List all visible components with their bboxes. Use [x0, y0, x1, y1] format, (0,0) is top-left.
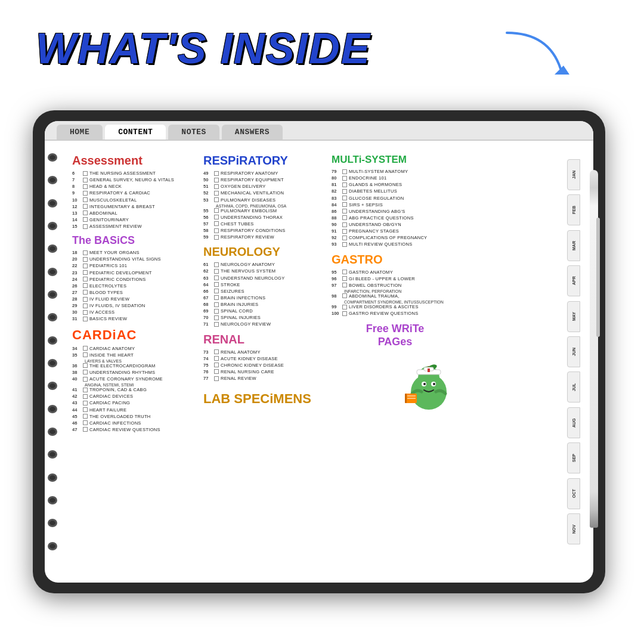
- list-item: 95GASTRO ANATOMY: [332, 270, 459, 275]
- column-1: Assessment 6THE NURSING ASSESSMENT 7GENE…: [69, 149, 200, 569]
- month-tab-jun[interactable]: JUN: [567, 336, 580, 367]
- list-item: 96GI BLEED - UPPER & LOWER: [332, 276, 459, 282]
- basics-list: 18MEET YOUR ORGANS 20UNDERSTANDING VITAL…: [72, 250, 196, 322]
- list-item: 70SPINAL INJURIES: [203, 315, 324, 321]
- respiratory-list: 49RESPIRATORY ANATOMY 50RESPIRATORY EQUI…: [203, 171, 324, 240]
- heading-renal: RENAL: [203, 333, 324, 346]
- list-item: 90UNDERSTAND OB/GYN: [332, 222, 459, 228]
- month-tab-mar[interactable]: MAR: [567, 230, 580, 261]
- column-3: MULTi-SYSTEM 79MULTI-SYSTEM ANATOMY 80EN…: [328, 149, 462, 569]
- list-item: 53PULMONARY DISEASES: [203, 197, 324, 203]
- freewrite-section: Free WRiTePAGes: [332, 323, 459, 348]
- tab-content[interactable]: CONTENT: [105, 125, 166, 140]
- list-item: 50RESPIRATORY EQUIPMENT: [203, 177, 324, 183]
- list-item: 52MECHANICAL VENTILATION: [203, 190, 324, 196]
- list-item: 97BOWEL OBSTRUCTION: [332, 283, 459, 289]
- arrow-decoration: [501, 27, 572, 86]
- month-tab-nov[interactable]: NOV: [567, 513, 580, 544]
- svg-rect-13: [405, 394, 407, 403]
- neurology-list: 61NEUROLOGY ANATOMY 62THE NERVOUS SYSTEM…: [203, 262, 324, 327]
- list-item: 80ENDOCRINE 101: [332, 175, 459, 181]
- mascot: [332, 353, 459, 413]
- list-item: 77RENAL REVIEW: [203, 376, 324, 382]
- spiral-ring: [48, 428, 57, 436]
- month-tab-jan[interactable]: JAN: [567, 159, 580, 190]
- list-item: 15ASSESSMENT REVIEW: [72, 224, 196, 230]
- heading-gastro: GASTRO: [332, 253, 459, 267]
- spiral-ring: [48, 244, 57, 253]
- list-item: 100GASTRO REVIEW QUESTIONS: [332, 311, 459, 317]
- apple-pencil: [590, 170, 598, 528]
- list-item: 99LIVER DISORDERS & ASCITES: [332, 304, 459, 310]
- list-item: 23PEDIATRIC DEVELOPMENT: [72, 270, 196, 276]
- heading-lab: LAB SPECiMENS: [203, 391, 324, 407]
- spiral-ring: [48, 359, 57, 367]
- list-item: 74ACUTE KIDNEY DISEASE: [203, 356, 324, 362]
- list-item: 28IV FLUID REVIEW: [72, 296, 196, 302]
- svg-marker-0: [555, 66, 569, 75]
- list-item: 24PEDIATRIC CONDITIONS: [72, 277, 196, 283]
- list-item: 73RENAL ANATOMY: [203, 349, 324, 355]
- spiral-ring: [48, 496, 57, 504]
- spiral-ring: [48, 519, 57, 527]
- cardiac-list: 34CARDIAC ANATOMY 35INSIDE THE HEART LAY…: [72, 346, 196, 434]
- list-item: 35INSIDE THE HEART: [72, 352, 196, 358]
- heading-multisystem: MULTi-SYSTEM: [332, 154, 459, 166]
- list-item: 10MUSCULOSKELETAL: [72, 197, 196, 203]
- heading-basics: The BASiCS: [72, 234, 196, 247]
- list-item: 63UNDERSTAND NEUROLOGY: [203, 275, 324, 281]
- spiral-ring: [48, 153, 57, 162]
- freewrite-label: Free WRiTePAGes: [332, 323, 459, 348]
- list-item: 22PEDIATRICS 101: [72, 263, 196, 269]
- tab-home[interactable]: HOME: [57, 125, 103, 140]
- assessment-list: 6THE NURSING ASSESSMENT 7GENERAL SURVEY,…: [72, 171, 196, 230]
- list-item: 20UNDERSTANDING VITAL SIGNS: [72, 256, 196, 262]
- month-tab-may[interactable]: MAY: [567, 301, 580, 332]
- spiral-ring: [48, 336, 57, 345]
- month-tab-jul[interactable]: JUL: [567, 371, 580, 402]
- list-item: 81GLANDS & HORMONES: [332, 182, 459, 188]
- list-item: 91PREGNANCY STAGES: [332, 228, 459, 234]
- month-tab-feb[interactable]: FEB: [567, 194, 580, 225]
- list-item: 64STROKE: [203, 282, 324, 288]
- month-tab-apr[interactable]: APR: [567, 265, 580, 296]
- heading-assessment: Assessment: [72, 154, 196, 168]
- month-tab-sep[interactable]: SEP: [567, 442, 580, 473]
- list-item: 45THE OVERLOADED TRUTH: [72, 414, 196, 420]
- list-item: 56UNDERSTANDING THORAX: [203, 215, 324, 221]
- list-item: 51OXYGEN DELIVERY: [203, 184, 324, 190]
- column-2: RESPiRATORY 49RESPIRATORY ANATOMY 50RESP…: [200, 149, 328, 569]
- list-item: 66SEIZURES: [203, 289, 324, 295]
- list-item: 26ELECTROLYTES: [72, 283, 196, 289]
- list-item: 7GENERAL SURVEY, NEURO & VITALS: [72, 177, 196, 183]
- spiral-ring: [48, 222, 57, 230]
- list-item: 49RESPIRATORY ANATOMY: [203, 171, 324, 177]
- tab-answers[interactable]: ANSWERS: [222, 125, 283, 140]
- spiral-ring: [48, 313, 57, 321]
- list-item: 38UNDERSTANDING RHYTHMS: [72, 370, 196, 376]
- spiral-ring: [48, 473, 57, 482]
- spiral-ring: [48, 382, 57, 390]
- month-tab-oct[interactable]: OCT: [567, 478, 580, 509]
- spiral-ring: [48, 268, 57, 276]
- renal-list: 73RENAL ANATOMY 74ACUTE KIDNEY DISEASE 7…: [203, 349, 324, 382]
- list-item: 61NEUROLOGY ANATOMY: [203, 262, 324, 268]
- heading-neurology: NEUROLOGY: [203, 245, 324, 259]
- multisystem-list: 79MULTI-SYSTEM ANATOMY 80ENDOCRINE 101 8…: [332, 169, 459, 248]
- tab-notes[interactable]: NOTES: [168, 125, 219, 140]
- spiral-ring: [48, 542, 57, 550]
- list-item: 62THE NERVOUS SYSTEM: [203, 268, 324, 274]
- list-item: 46CARDIAC INFECTIONS: [72, 420, 196, 426]
- list-item: 43CARDIAC PACING: [72, 400, 196, 406]
- month-tab-aug[interactable]: AUG: [567, 407, 580, 438]
- heading-cardiac: CARDiAC: [72, 327, 196, 343]
- month-tabs: JAN FEB MAR APR MAY JUN JUL AUG SEP OCT …: [567, 157, 580, 547]
- list-item: 42CARDIAC DEVICES: [72, 394, 196, 400]
- gastro-list: 95GASTRO ANATOMY 96GI BLEED - UPPER & LO…: [332, 270, 459, 317]
- list-item: 44HEART FAILURE: [72, 407, 196, 413]
- pencil-clip: [596, 218, 600, 337]
- list-item: 57CHEST TUBES: [203, 221, 324, 227]
- mascot-svg: [399, 353, 459, 413]
- spiral-ring: [48, 290, 57, 299]
- list-item: 83GLUCOSE REGULATION: [332, 196, 459, 202]
